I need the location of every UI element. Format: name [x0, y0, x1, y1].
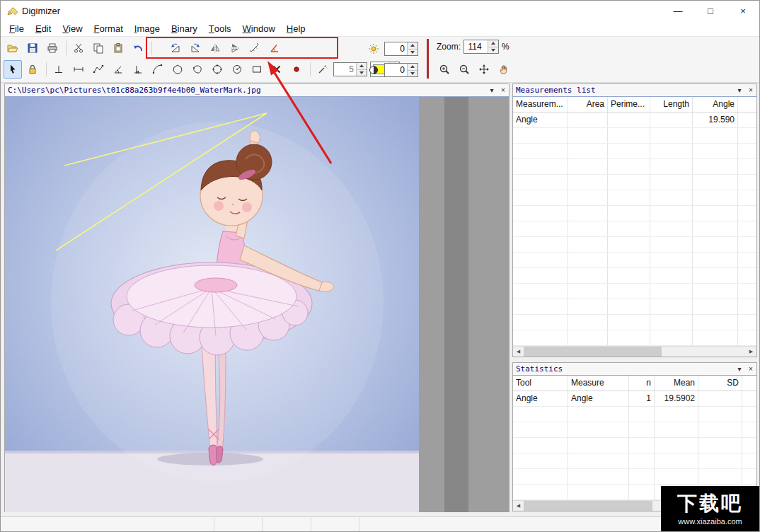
- menu-item-format[interactable]: Format: [88, 21, 129, 36]
- circle-tool[interactable]: [208, 60, 226, 79]
- spin-up-button[interactable]: [408, 42, 418, 50]
- table-row: [513, 206, 756, 221]
- column-header[interactable]: Measurem...: [513, 97, 568, 112]
- panel-close-icon[interactable]: ×: [745, 365, 756, 373]
- panel-collapse-icon[interactable]: ▾: [734, 86, 745, 94]
- perpendicular-line-tool[interactable]: [50, 60, 68, 79]
- image-canvas[interactable]: [5, 97, 509, 512]
- flip-vertical-button[interactable]: [226, 39, 244, 57]
- column-header[interactable]: Measure: [568, 376, 629, 391]
- measure-path-tool[interactable]: [89, 60, 108, 79]
- polygon-tool[interactable]: [168, 60, 187, 79]
- column-header[interactable]: Tool: [513, 376, 568, 391]
- contrast-spinner[interactable]: [384, 63, 418, 77]
- panel-close-icon[interactable]: ×: [745, 86, 756, 94]
- measure-distance-button[interactable]: [246, 39, 264, 57]
- rotate-right-icon: [190, 42, 201, 54]
- flip-horizontal-button[interactable]: [206, 39, 224, 57]
- scroll-track[interactable]: [524, 347, 746, 357]
- paste-button[interactable]: [109, 39, 127, 57]
- status-bar: [1, 516, 759, 532]
- column-header[interactable]: Perime...: [608, 97, 650, 112]
- measurements-hscrollbar[interactable]: ◀ ▶: [513, 346, 756, 357]
- pattern-wand-button[interactable]: [313, 60, 332, 79]
- panel-close-icon[interactable]: ×: [497, 86, 509, 94]
- brightness-button[interactable]: [364, 40, 383, 58]
- copy-button[interactable]: [89, 39, 108, 57]
- arc-tool[interactable]: [149, 60, 167, 79]
- contrast-button[interactable]: [364, 61, 383, 79]
- mark-angle-button[interactable]: [265, 39, 284, 57]
- column-header[interactable]: Mean: [655, 376, 698, 391]
- statistics-panel-title: Statistics: [513, 364, 734, 374]
- zoom-input[interactable]: [464, 40, 488, 53]
- measure-angle-tool[interactable]: [109, 60, 127, 79]
- rotate-right-button[interactable]: [186, 39, 205, 57]
- scroll-right-icon[interactable]: ▶: [746, 347, 756, 357]
- column-header[interactable]: Area: [568, 97, 608, 112]
- perpendicular-lines-tool[interactable]: [129, 60, 147, 79]
- select-cursor-button[interactable]: [4, 60, 22, 79]
- column-header[interactable]: SD: [698, 376, 742, 391]
- scroll-thumb[interactable]: [524, 501, 652, 511]
- save-button[interactable]: [23, 39, 42, 57]
- panel-collapse-icon[interactable]: ▾: [486, 86, 497, 94]
- stat-measure: Angle: [568, 391, 629, 406]
- print-button[interactable]: [43, 39, 62, 57]
- menu-item-tools[interactable]: Tools: [203, 21, 237, 36]
- column-header[interactable]: n: [629, 376, 655, 391]
- open-button[interactable]: [4, 39, 22, 57]
- maximize-button[interactable]: □: [694, 1, 727, 21]
- circle-radius-tool[interactable]: [228, 60, 246, 79]
- zoom-out-button[interactable]: [455, 60, 473, 79]
- column-header[interactable]: Angle: [693, 97, 738, 112]
- pan-button[interactable]: [475, 60, 493, 79]
- cut-button[interactable]: [69, 39, 88, 57]
- spin-down-button[interactable]: [408, 50, 418, 56]
- statistics-header-row: Tool Measure n Mean SD: [513, 376, 756, 391]
- menu-item-help[interactable]: Help: [281, 21, 311, 36]
- undo-button[interactable]: [129, 39, 147, 57]
- hand-button[interactable]: [495, 60, 513, 79]
- pattern-size-input[interactable]: [334, 63, 356, 76]
- table-row[interactable]: Angle Angle 1 19.5902: [513, 391, 756, 407]
- status-cell: [263, 517, 311, 532]
- menu-item-binary[interactable]: Binary: [166, 21, 203, 36]
- measurement-name: Angle: [513, 112, 568, 127]
- contrast-input[interactable]: [385, 64, 407, 76]
- rotate-left-button[interactable]: [166, 39, 185, 57]
- table-row: [513, 190, 756, 206]
- rectangle-tool[interactable]: [248, 60, 266, 79]
- measure-line-tool[interactable]: [69, 60, 88, 79]
- spin-down-button[interactable]: [488, 47, 498, 54]
- brightness-spinner[interactable]: [384, 42, 418, 56]
- zoom-in-button[interactable]: [435, 60, 454, 79]
- area-tool[interactable]: [188, 60, 207, 79]
- lock-button[interactable]: [23, 60, 42, 79]
- scroll-left-icon[interactable]: ◀: [513, 501, 524, 511]
- panel-collapse-icon[interactable]: ▾: [734, 365, 745, 373]
- menu-item-window[interactable]: Window: [237, 21, 281, 36]
- table-row: [513, 315, 756, 330]
- menu-bar: File Edit View Format Image Binary Tools…: [1, 21, 759, 37]
- spin-up-button[interactable]: [488, 40, 498, 47]
- delete-measurement-button[interactable]: [267, 60, 286, 79]
- marker-point-tool[interactable]: [287, 60, 306, 79]
- scroll-thumb[interactable]: [524, 347, 662, 357]
- scroll-left-icon[interactable]: ◀: [513, 347, 524, 357]
- flip-vertical-icon: [229, 42, 241, 54]
- column-header[interactable]: Length: [650, 97, 693, 112]
- brightness-input[interactable]: [385, 42, 407, 55]
- spin-up-button[interactable]: [408, 64, 418, 71]
- menu-item-image[interactable]: Image: [129, 21, 166, 36]
- zoom-spinner[interactable]: [464, 40, 499, 54]
- menu-item-edit[interactable]: Edit: [30, 21, 57, 36]
- toolbar: Zoom: %: [1, 37, 759, 83]
- minimize-button[interactable]: —: [662, 1, 694, 21]
- spin-down-button[interactable]: [408, 71, 418, 77]
- menu-item-view[interactable]: View: [57, 21, 88, 36]
- menu-item-file[interactable]: File: [4, 21, 30, 36]
- table-row[interactable]: Angle 19.590: [513, 112, 756, 128]
- close-button[interactable]: ×: [727, 1, 759, 21]
- pattern-size-spinner[interactable]: [333, 62, 367, 76]
